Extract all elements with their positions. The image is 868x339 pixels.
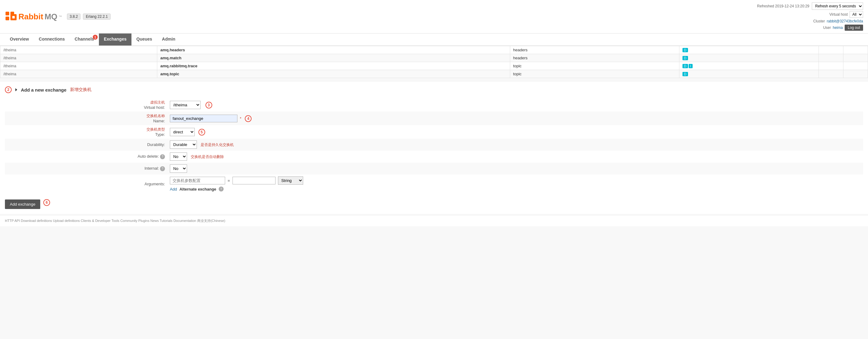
internal-row-form: Internal: ? No Yes	[5, 163, 863, 175]
table-row: /itheimaamq.matchheadersD	[0, 54, 868, 62]
refresh-select[interactable]: Refresh every 5 seconds	[812, 2, 863, 10]
form-badge-3: 3	[206, 102, 212, 109]
vhost-form-select[interactable]: /itheima	[170, 101, 200, 109]
collapse-triangle	[16, 88, 17, 91]
cell-badges: DI	[679, 62, 818, 70]
cell-name[interactable]: amq.rabbitmq.trace	[157, 62, 510, 70]
section-badge-2: 2	[5, 86, 12, 93]
cell-badges: D	[679, 54, 818, 62]
cell-badges: D	[679, 46, 818, 54]
form-badge-6: 6	[43, 199, 50, 206]
auto-delete-help[interactable]: ?	[160, 154, 165, 159]
durable-badge: D	[682, 48, 688, 52]
internal-badge: I	[689, 64, 693, 68]
nav-item-connections[interactable]: Connections	[34, 33, 70, 46]
arguments-form-label: Arguments:	[5, 175, 167, 193]
cell-vhost: /itheima	[0, 46, 157, 54]
name-en-label: Name:	[153, 119, 165, 123]
durable-badge: D	[682, 64, 688, 68]
cell-empty-1	[819, 46, 843, 54]
vhost-en-label: Virtual host:	[144, 105, 165, 110]
internal-en-label: Internal:	[144, 166, 159, 171]
name-row-form: 交换机名称 Name: * 4	[5, 112, 863, 125]
type-row-form: 交换机类型 Type: direct fanout topic headers …	[5, 125, 863, 139]
top-right: Refreshed 2019-12-24 13:20:29 Refresh ev…	[757, 2, 863, 31]
type-cn-label: 交换机类型	[7, 127, 165, 132]
cell-type: topic	[510, 62, 679, 70]
erlang-badge: Erlang 22.2.1	[83, 13, 110, 20]
cell-name[interactable]: amq.headers	[157, 46, 510, 54]
section-title-cn: 新增交换机	[70, 87, 92, 92]
table-row: /itheimaamq.topictopicD	[0, 70, 868, 78]
exchange-type-select[interactable]: direct fanout topic headers	[170, 128, 195, 136]
cluster-link[interactable]: rabbit@32743bcfe0da	[827, 19, 863, 23]
nav-item-queues[interactable]: Queues	[131, 33, 157, 46]
arguments-inputs: = String Boolean Number List	[170, 176, 861, 185]
logo-rabbit: Rabbit	[19, 12, 43, 22]
add-exchange-form: 虚拟主机 Virtual host: /itheima 3 交换机名称 Name	[5, 98, 863, 193]
vhost-cn-label: 虚拟主机	[7, 100, 165, 105]
refresh-row: Refreshed 2019-12-24 13:20:29 Refresh ev…	[757, 2, 863, 10]
type-form-value: direct fanout topic headers 5	[167, 125, 863, 139]
durable-badge: D	[682, 56, 688, 60]
arguments-value-input[interactable]	[232, 177, 276, 185]
header: RabbitMQ™ 3.8.2 Erlang 22.2.1 Refreshed …	[0, 0, 868, 33]
nav-item-admin[interactable]: Admin	[157, 33, 180, 46]
alternate-help[interactable]: ?	[219, 187, 224, 192]
cell-name[interactable]: amq.topic	[157, 70, 510, 78]
arguments-key-input[interactable]	[170, 177, 225, 185]
name-form-label: 交换机名称 Name:	[5, 112, 167, 125]
cell-empty-2	[843, 70, 868, 78]
durability-form-value: Durable Transient 是否是持久化交换机	[167, 139, 863, 150]
logout-button[interactable]: Log out	[845, 25, 863, 31]
nav-item-channels[interactable]: Channels 1	[70, 33, 99, 46]
auto-delete-row-form: Auto delete: ? No Yes 交换机是否自动删除	[5, 150, 863, 163]
internal-select[interactable]: No Yes	[170, 164, 187, 173]
add-exchange-button[interactable]: Add exchange	[5, 199, 40, 209]
add-exchange-section: 2 Add a new exchange 新增交换机 虚拟主机 Virtual …	[0, 81, 868, 214]
nav-item-exchanges[interactable]: Exchanges	[99, 33, 131, 46]
durability-select[interactable]: Durable Transient	[170, 140, 197, 149]
svg-rect-4	[12, 16, 15, 19]
auto-delete-en-label: Auto delete:	[137, 154, 159, 159]
vhost-row-form: 虚拟主机 Virtual host: /itheima 3	[5, 98, 863, 112]
cell-vhost: /itheima	[0, 54, 157, 62]
exchange-name-input[interactable]	[170, 115, 238, 122]
durability-hint: 是否是持久化交换机	[200, 143, 234, 147]
submit-label: Add exchange	[10, 202, 35, 206]
logo-trademark: ™	[59, 15, 62, 19]
user-row: User heima Log out	[823, 25, 863, 31]
cluster-label: Cluster	[813, 19, 825, 23]
vhost-row: Virtual host All	[829, 11, 863, 18]
cell-empty-2	[843, 62, 868, 70]
user-link[interactable]: heima	[833, 26, 843, 30]
section-header[interactable]: 2 Add a new exchange 新增交换机	[5, 86, 863, 93]
user-label: User	[823, 26, 831, 30]
name-form-value: * 4	[167, 112, 863, 125]
svg-rect-1	[5, 17, 9, 20]
rabbitmq-logo-icon	[5, 11, 17, 22]
table-row: /itheimaamq.headersheadersD	[0, 46, 868, 54]
alternate-exchange-label: Alternate exchange	[179, 187, 216, 192]
arguments-form-value: = String Boolean Number List Add Alte	[167, 175, 863, 193]
table-row: /itheimaamq.rabbitmq.tracetopicDI	[0, 62, 868, 70]
nav-item-overview[interactable]: Overview	[5, 33, 34, 46]
version-info: 3.8.2 Erlang 22.2.1	[67, 13, 111, 20]
exchanges-table: /itheimaamq.headersheadersD/itheimaamq.m…	[0, 46, 868, 78]
arguments-type-select[interactable]: String Boolean Number List	[278, 176, 303, 185]
form-badge-5: 5	[198, 129, 205, 136]
cell-type: headers	[510, 46, 679, 54]
add-arguments-link[interactable]: Add	[170, 187, 177, 192]
form-badge-4: 4	[245, 115, 252, 122]
internal-help[interactable]: ?	[160, 166, 165, 171]
svg-rect-0	[5, 12, 9, 16]
vhost-select[interactable]: All	[849, 11, 863, 18]
auto-delete-hint: 交换机是否自动删除	[191, 154, 224, 159]
cell-name[interactable]: amq.match	[157, 54, 510, 62]
footer: HTTP API Download definitions Upload def…	[0, 215, 868, 226]
required-star: *	[240, 116, 241, 121]
cell-empty-1	[819, 70, 843, 78]
durability-form-label: Durability:	[5, 139, 167, 150]
type-en-label: Type:	[155, 132, 165, 137]
auto-delete-select[interactable]: No Yes	[170, 152, 187, 161]
